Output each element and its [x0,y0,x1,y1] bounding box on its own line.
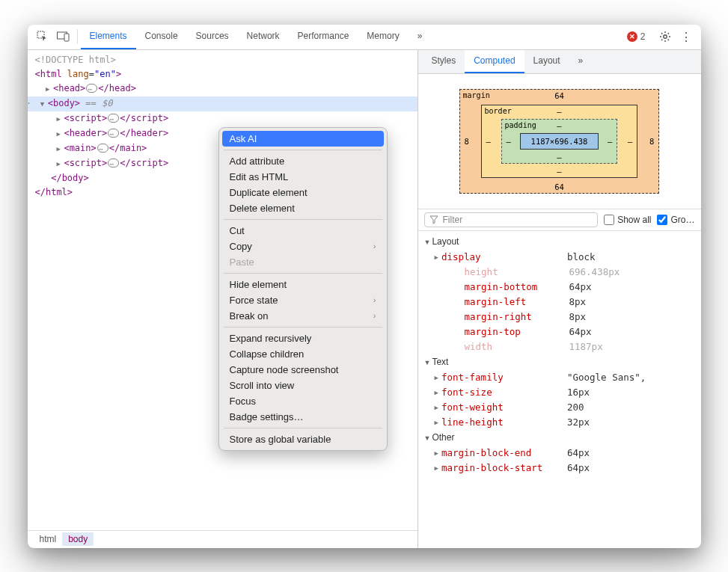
ctx-item-add-attribute[interactable]: Add attribute [222,153,384,169]
content-size: 1187×696.438 [520,133,599,150]
prop-height[interactable]: height696.438px [424,265,695,280]
prop-margin-block-end[interactable]: ▶margin-block-end64px [424,446,695,461]
prop-value: 16px [567,385,590,400]
ctx-item-store-as-global-variable[interactable]: Store as global variable [222,431,384,447]
border-right: – [628,137,632,146]
tab-elements[interactable]: Elements [81,25,136,50]
prop-value: 64px [569,280,592,295]
chevron-right-icon: ▶ [424,370,441,385]
prop-margin-top[interactable]: margin-top64px [424,325,695,339]
filter-input[interactable]: Filter [424,212,599,227]
tab-memory[interactable]: Memory [358,25,408,50]
error-icon: ✕ [627,31,637,42]
prop-name: font-family [441,370,567,385]
device-icon[interactable] [56,29,71,44]
doctype: <!DOCTYPE html> [35,55,116,65]
ctx-item-duplicate-element[interactable]: Duplicate element [222,185,384,200]
filter-row: Filter Show all Gro… [418,209,701,231]
crumb-html[interactable]: html [34,532,63,546]
prop-font-size[interactable]: ▶font-size16px [424,385,695,400]
devtools-window: Elements Console Sources Network Perform… [28,25,701,548]
ctx-item-collapse-children[interactable]: Collapse children [222,346,384,362]
ctx-item-scroll-into-view[interactable]: Scroll into view [222,378,384,393]
ctx-item-focus[interactable]: Focus [222,393,384,409]
ctx-item-force-state[interactable]: Force state› [222,292,384,308]
selected-node[interactable]: ▼<body> == $0 [28,96,417,111]
border-left: – [486,137,491,146]
ctx-separator [224,150,382,150]
kebab-icon[interactable]: ⋮ [679,29,694,44]
show-all-input[interactable] [604,215,614,225]
prop-name: line-height [441,415,567,430]
group-text[interactable]: ▼Text [424,354,695,370]
show-all-checkbox[interactable]: Show all [604,215,651,225]
padding-bottom: – [557,153,561,162]
prop-name: margin-top [444,325,569,339]
prop-name: margin-block-start [441,461,567,476]
tab-overflow[interactable]: » [569,50,593,74]
chevron-right-icon: ▶ [424,415,441,430]
ctx-item-badge-settings-[interactable]: Badge settings… [222,409,384,425]
chevron-right-icon: ▶ [424,385,441,400]
tab-computed[interactable]: Computed [465,50,524,74]
main-area: <!DOCTYPE html> <html lang="en"> ▶<head>… [28,50,701,548]
prop-font-family[interactable]: ▶font-family"Google Sans", [424,370,695,385]
tab-performance[interactable]: Performance [289,25,358,50]
prop-value: 8px [569,295,587,310]
gear-icon[interactable] [658,29,673,44]
chevron-right-icon: ▶ [424,461,441,476]
ctx-item-capture-node-screenshot[interactable]: Capture node screenshot [222,362,384,378]
prop-name: margin-right [444,310,569,325]
prop-name: height [444,265,569,280]
ctx-item-copy[interactable]: Copy› [222,239,384,254]
prop-margin-bottom[interactable]: margin-bottom64px [424,280,695,295]
chevron-right-icon: › [373,311,376,320]
tab-sources[interactable]: Sources [187,25,238,50]
prop-font-weight[interactable]: ▶font-weight200 [424,400,695,415]
prop-value: 64px [567,461,590,476]
tab-overflow[interactable]: » [409,25,432,50]
breadcrumb: html body [28,530,417,548]
main-tabs: Elements Console Sources Network Perform… [81,25,432,50]
ctx-item-ask-ai[interactable]: Ask AI [222,131,384,147]
tab-styles[interactable]: Styles [423,50,465,74]
computed-properties[interactable]: ▼Layout▶displayblockheight696.438pxmargi… [418,231,701,548]
group-other[interactable]: ▼Other [424,430,695,446]
divider [77,29,78,44]
prop-margin-block-start[interactable]: ▶margin-block-start64px [424,461,695,476]
tab-network[interactable]: Network [238,25,289,50]
prop-value: 696.438px [569,265,620,280]
prop-margin-left[interactable]: margin-left8px [424,295,695,310]
box-model: margin 64 64 8 8 border – – – – paddin [418,74,701,209]
ctx-separator [224,327,382,327]
filter-placeholder: Filter [443,215,463,225]
group-layout[interactable]: ▼Layout [424,234,695,250]
ctx-item-edit-as-html[interactable]: Edit as HTML [222,169,384,185]
crumb-body[interactable]: body [62,532,94,546]
prop-margin-right[interactable]: margin-right8px [424,310,695,325]
tab-layout[interactable]: Layout [524,50,569,74]
error-count[interactable]: ✕ 2 [627,31,646,42]
ctx-item-break-on[interactable]: Break on› [222,308,384,324]
chevron-right-icon: ▶ [424,400,441,415]
prop-line-height[interactable]: ▶line-height32px [424,415,695,430]
ctx-item-delete-element[interactable]: Delete element [222,200,384,216]
ctx-separator [224,428,382,428]
inspect-icon[interactable] [35,29,50,44]
chevron-right-icon: ▶ [424,250,441,265]
ctx-item-expand-recursively[interactable]: Expand recursively [222,330,384,346]
prop-name: display [441,250,567,265]
prop-display[interactable]: ▶displayblock [424,250,695,265]
error-number: 2 [640,31,646,42]
prop-width[interactable]: width1187px [424,339,695,354]
margin-left: 8 [465,137,469,146]
padding-left: – [507,137,511,146]
tab-console[interactable]: Console [136,25,187,50]
ctx-item-hide-element[interactable]: Hide element [222,277,384,292]
context-menu: Ask AIAdd attributeEdit as HTMLDuplicate… [218,127,388,451]
group-checkbox[interactable]: Gro… [657,215,694,225]
ctx-item-cut[interactable]: Cut [222,223,384,239]
ctx-separator [224,273,382,274]
prop-value: 1187px [569,339,603,354]
group-input[interactable] [657,215,667,225]
